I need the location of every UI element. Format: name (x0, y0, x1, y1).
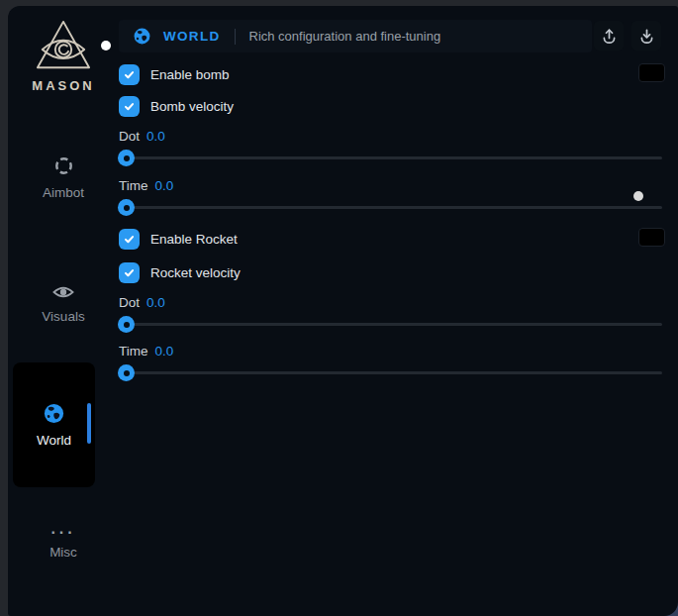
sidebar-item-misc[interactable]: ··· Misc (8, 529, 119, 560)
download-icon (637, 27, 656, 46)
sidebar-item-label: Aimbot (43, 185, 84, 200)
enable-bomb-row: Enable bomb (119, 63, 230, 85)
rocket-velocity-row: Rocket velocity (119, 261, 241, 283)
rocket-velocity-checkbox[interactable] (119, 262, 140, 283)
slider-thumb[interactable] (118, 199, 135, 216)
slider-thumb[interactable] (118, 150, 135, 166)
sidebar-item-visuals[interactable]: Visuals (8, 283, 119, 324)
slider-track[interactable] (119, 206, 662, 209)
slider-label: Time (119, 344, 148, 359)
sidebar-item-label: World (37, 433, 71, 448)
slider-value: 0.0 (146, 295, 165, 311)
slider-label: Dot (119, 295, 140, 311)
enable-bomb-checkbox[interactable] (119, 64, 140, 85)
globe-icon (43, 402, 65, 425)
bomb-velocity-checkbox[interactable] (119, 96, 140, 117)
app-root: MASON Aimbot Visuals (0, 0, 678, 616)
slider-thumb[interactable] (118, 316, 135, 333)
checkbox-label: Rocket velocity (150, 265, 241, 280)
ellipsis-icon: ··· (51, 529, 76, 537)
bomb-velocity-row: Bomb velocity (119, 95, 234, 117)
sidebar-item-label: Misc (49, 545, 77, 560)
cursor-dot (101, 41, 111, 51)
enable-rocket-row: Enable Rocket (119, 228, 238, 250)
slider-label-row: Time 0.0 (119, 178, 662, 194)
slider-label-row: Time 0.0 (119, 344, 662, 359)
slider-label: Time (119, 178, 148, 194)
export-config-button[interactable] (594, 21, 624, 51)
page-title: WORLD (163, 29, 221, 44)
brand-name: MASON (32, 78, 94, 93)
page-header: WORLD Rich configuration and fine-tuning (119, 20, 592, 52)
slider-label-row: Dot 0.0 (119, 129, 662, 145)
slider-label-row: Dot 0.0 (119, 295, 662, 311)
globe-icon (133, 27, 151, 46)
bomb-time-slider: Time 0.0 (119, 178, 662, 209)
checkbox-label: Enable bomb (150, 67, 230, 82)
cheat-menu-window: MASON Aimbot Visuals (8, 6, 678, 616)
upload-icon (600, 27, 619, 46)
slider-value: 0.0 (146, 129, 165, 145)
slider-label: Dot (119, 129, 140, 145)
slider-track[interactable] (119, 371, 662, 374)
eye-icon (51, 283, 75, 301)
rocket-color-swatch[interactable] (638, 228, 665, 247)
slider-value: 0.0 (155, 344, 174, 359)
crosshair-icon (52, 154, 75, 177)
active-tab-indicator (87, 403, 91, 444)
sidebar-item-aimbot[interactable]: Aimbot (8, 154, 119, 200)
import-config-button[interactable] (631, 21, 661, 51)
enable-rocket-checkbox[interactable] (119, 229, 140, 250)
header-divider (235, 29, 236, 45)
bomb-color-swatch[interactable] (638, 63, 665, 82)
checkbox-label: Bomb velocity (150, 99, 234, 114)
page-subtitle: Rich configuration and fine-tuning (249, 29, 441, 44)
all-seeing-eye-icon (33, 19, 94, 74)
rocket-dot-slider: Dot 0.0 (119, 295, 662, 326)
checkbox-label: Enable Rocket (150, 232, 238, 247)
sidebar-item-label: Visuals (42, 309, 84, 324)
sidebar-item-world-selected[interactable]: World (13, 362, 95, 487)
cursor-dot (633, 191, 643, 201)
slider-thumb[interactable] (118, 364, 135, 381)
slider-track[interactable] (119, 323, 662, 326)
brand-logo: MASON (8, 19, 119, 93)
slider-track[interactable] (119, 156, 662, 159)
bomb-dot-slider: Dot 0.0 (119, 129, 662, 159)
rocket-time-slider: Time 0.0 (119, 344, 662, 374)
slider-value: 0.0 (155, 178, 174, 194)
